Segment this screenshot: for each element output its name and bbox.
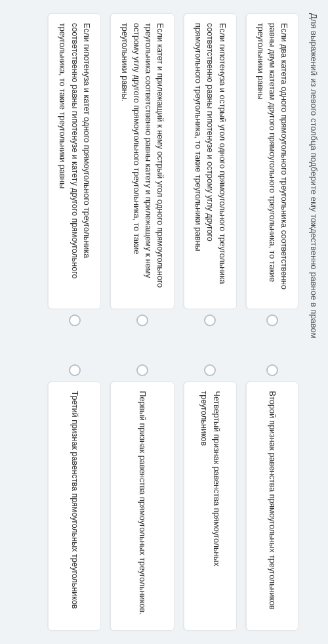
left-option-card[interactable]: Если два катета одного прямоугольного тр… xyxy=(246,13,298,309)
connector xyxy=(246,309,298,381)
right-option-card[interactable]: Третий признак равенства прямоугольных т… xyxy=(48,381,100,631)
left-option-card[interactable]: Если катет и прилежащий к нему острый уг… xyxy=(110,13,175,309)
left-connector-dot[interactable] xyxy=(69,314,81,326)
quiz-container: Для выражений из левого столбца подберит… xyxy=(0,0,328,644)
right-connector-dot[interactable] xyxy=(204,364,216,376)
right-option-card[interactable]: Четвертый признак равенства прямоугольны… xyxy=(184,381,236,631)
connector xyxy=(110,309,175,381)
right-connector-dot[interactable] xyxy=(266,364,278,376)
left-connector-dot[interactable] xyxy=(204,314,216,326)
connector xyxy=(184,309,236,381)
right-connector-dot[interactable] xyxy=(69,364,81,376)
left-option-card[interactable]: Если гипотенуза и острый угол одного пря… xyxy=(184,13,236,309)
instruction-text: Для выражений из левого столбца подберит… xyxy=(306,13,321,631)
left-option-card[interactable]: Если гипотенуза и катет одного прямоугол… xyxy=(48,13,100,309)
connector xyxy=(48,309,100,381)
right-connector-dot[interactable] xyxy=(136,364,148,376)
left-connector-dot[interactable] xyxy=(266,314,278,326)
match-row: Если гипотенуза и острый угол одного пря… xyxy=(184,13,236,631)
left-connector-dot[interactable] xyxy=(136,314,148,326)
match-grid: Если два катета одного прямоугольного тр… xyxy=(48,13,298,631)
match-row: Если катет и прилежащий к нему острый уг… xyxy=(110,13,175,631)
right-option-card[interactable]: Первый признак равенства прямоугольных т… xyxy=(110,381,175,631)
match-row: Если два катета одного прямоугольного тр… xyxy=(246,13,298,631)
match-row: Если гипотенуза и катет одного прямоугол… xyxy=(48,13,100,631)
right-option-card[interactable]: Второй признак равенства прямоугольных т… xyxy=(246,381,298,631)
